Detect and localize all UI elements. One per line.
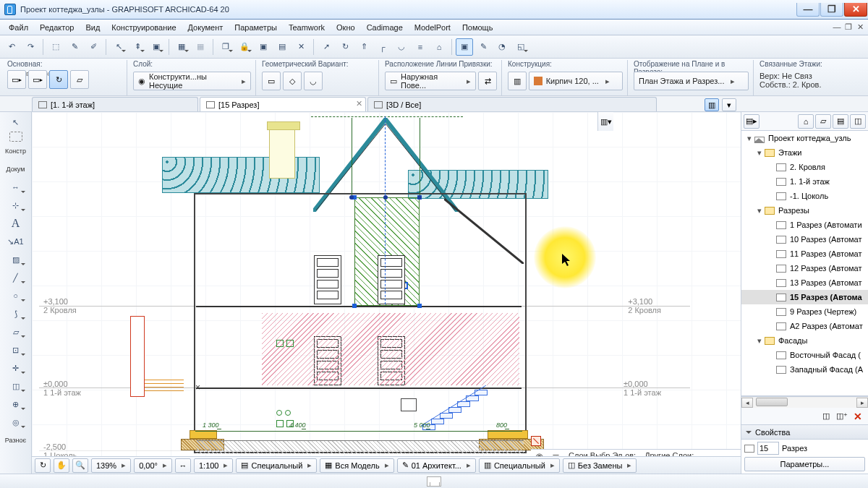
tree-sec-10[interactable]: 10 Разрез (Автомат <box>790 235 862 244</box>
tree-sec-9[interactable]: 9 Разрез (Чертеж) <box>790 307 856 316</box>
tree-elev-e[interactable]: Восточный Фасад ( <box>790 351 861 359</box>
hand-button[interactable]: ✋ <box>54 458 69 473</box>
geom-straight-button[interactable]: ▭ <box>262 72 281 90</box>
group-button[interactable]: ▣ <box>255 38 272 56</box>
tree-elevations[interactable]: Фасады <box>778 336 807 345</box>
cube-button[interactable]: ◱ <box>512 38 529 56</box>
wall-tool-icon[interactable]: ↻ <box>49 70 68 89</box>
figure-tool[interactable]: ◫ <box>6 377 26 395</box>
menu-document[interactable]: Документ <box>182 22 229 33</box>
line-tool[interactable]: ╱ <box>6 269 26 286</box>
reshape-button[interactable]: ↻ <box>336 38 354 56</box>
layers-button[interactable]: ◔ <box>493 38 511 56</box>
tree-stories[interactable]: Этажи <box>778 148 801 157</box>
menu-file[interactable]: Файл <box>3 22 34 33</box>
flip-button[interactable]: ▱ <box>70 70 89 89</box>
error-badge[interactable] <box>531 436 541 446</box>
tree-elev-w[interactable]: Западный Фасад (А <box>790 365 863 374</box>
navigator-tree[interactable]: ▾Проект коттеджа_узль ▾Этажи 2. Кровля 1… <box>741 131 868 396</box>
eyedrop-button[interactable]: ✐ <box>85 38 102 56</box>
tree-root[interactable]: Проект коттеджа_узль <box>768 134 851 142</box>
nav-layout-button[interactable]: ▤ <box>833 114 848 129</box>
clone-view-button[interactable]: ◫⁺ <box>836 411 848 422</box>
nav-view-button[interactable]: ▱ <box>815 114 831 129</box>
zoom-button[interactable]: 🔍 <box>72 458 88 473</box>
delete-view-button[interactable]: ✕ <box>852 411 864 422</box>
hotspot-tool[interactable]: ✛ <box>6 359 26 377</box>
guide-mode-button[interactable]: ⇞ <box>129 38 146 56</box>
object-tool[interactable]: ⊕ <box>6 395 26 413</box>
menu-cadimage[interactable]: Cadimage <box>361 22 409 33</box>
tree-story-base[interactable]: -1. Цоколь <box>790 192 828 200</box>
tree-sections[interactable]: Разрезы <box>778 206 809 215</box>
mdi-close-icon[interactable]: ✕ <box>855 22 865 32</box>
nav-dropdown-button[interactable]: ▥▾ <box>597 112 613 131</box>
combo-b[interactable]: ▦Вся Модель▸ <box>320 458 393 473</box>
tree-story-1[interactable]: 1. 1-й этаж <box>790 177 830 186</box>
circle-tool[interactable]: ○ <box>6 287 26 304</box>
nav-menu-button[interactable]: ▤▸ <box>744 114 760 129</box>
menu-modelport[interactable]: ModelPort <box>409 22 456 33</box>
suspend-button[interactable]: ✕ <box>292 38 310 56</box>
scroll-left-button[interactable]: ◂ <box>741 398 753 408</box>
tree-sec-1[interactable]: 1 Разрез (Автомати <box>790 221 862 229</box>
properties-header[interactable]: Свойства <box>741 425 868 440</box>
tab-section[interactable]: [15 Разрез] ✕ <box>200 97 366 111</box>
prop-id-input[interactable] <box>757 442 779 455</box>
combo-d[interactable]: ▥Специальный▸ <box>479 458 560 473</box>
arc-button[interactable]: ◡ <box>393 38 410 56</box>
fit-button[interactable]: ↻ <box>35 458 51 473</box>
footer-tray-icon[interactable] <box>427 476 441 487</box>
geom-chain-button[interactable]: ◇ <box>283 72 302 90</box>
menu-design[interactable]: Конструирование <box>106 22 182 33</box>
marquee-tool[interactable] <box>9 132 22 142</box>
constr-combo[interactable]: Кирпич 120, ... ▸ <box>529 72 623 90</box>
tree-sec-11[interactable]: 11 Разрез (Автомат <box>790 249 862 258</box>
ungroup-button[interactable]: ▤ <box>273 38 291 56</box>
menu-edit[interactable]: Редактор <box>34 22 80 33</box>
scroll-right-button[interactable]: ▸ <box>856 398 868 408</box>
fill-tool[interactable]: ▨ <box>6 251 26 268</box>
menu-help[interactable]: Помощь <box>456 22 499 33</box>
pen-button[interactable]: ✎ <box>475 38 492 56</box>
tree-sec-a2[interactable]: A2 Разрез (Автомат <box>790 322 863 330</box>
close-button[interactable]: ✕ <box>844 3 867 17</box>
tab-close-button[interactable]: ✕ <box>356 99 362 108</box>
new-view-button[interactable]: ◫ <box>820 411 832 422</box>
snap-mode-button[interactable]: ▣ <box>148 38 165 56</box>
nav-mode-arrow[interactable]: ▾ <box>722 98 736 111</box>
level-button[interactable]: ≡ <box>412 38 429 56</box>
copy-mode-button[interactable]: ❐ <box>217 38 234 56</box>
tree-hscroll[interactable]: ◂ ▸ <box>741 396 868 408</box>
pick-button[interactable]: ⬚ <box>47 38 64 56</box>
tab-3d[interactable]: [3D / Все] <box>367 97 657 111</box>
misc-group-label[interactable]: Разноє <box>1 432 30 449</box>
menu-options[interactable]: Параметры <box>229 22 283 33</box>
nav-project-button[interactable]: ⌂ <box>798 114 814 129</box>
arc-tool[interactable]: ⟆ <box>6 305 26 322</box>
design-group-label[interactable]: Констр <box>1 142 30 160</box>
iso-button[interactable]: ▣ <box>456 38 473 56</box>
brush-button[interactable]: ✎ <box>66 38 83 56</box>
angle-value[interactable]: 0,00°▸ <box>134 458 172 473</box>
drawing-tool[interactable]: ⊡ <box>6 341 26 359</box>
measure-button[interactable]: ⇑ <box>355 38 373 56</box>
level-tool[interactable]: ⊹ <box>6 197 26 214</box>
arrow-tool[interactable]: ↖ <box>6 114 26 131</box>
tree-story-roof[interactable]: 2. Кровля <box>790 163 825 171</box>
dimension-tool[interactable]: ↔ <box>6 179 26 196</box>
layer-combo[interactable]: ◉ Конструкти...ны Несущие ▸ <box>133 72 251 90</box>
label-tool[interactable]: ↘A1 <box>6 233 26 250</box>
grid-off-button[interactable]: ▦ <box>192 38 209 56</box>
combo-e[interactable]: ◫Без Замены▸ <box>563 458 637 473</box>
tree-sec-15[interactable]: 15 Разрез (Автома <box>790 293 862 301</box>
minimize-button[interactable]: — <box>796 3 820 17</box>
undo-button[interactable]: ↶ <box>3 38 20 56</box>
tab-floorplan[interactable]: [1. 1-й этаж] <box>32 97 198 111</box>
text-tool[interactable]: A <box>6 215 26 232</box>
grid-button[interactable]: ▦ <box>173 38 190 56</box>
select-all-button[interactable]: ▭▸ <box>28 70 47 89</box>
combo-a[interactable]: ▤Специальный▸ <box>236 458 317 473</box>
maximize-button[interactable]: ❐ <box>820 3 843 17</box>
snap-flip-button[interactable]: ⇄ <box>478 72 497 90</box>
